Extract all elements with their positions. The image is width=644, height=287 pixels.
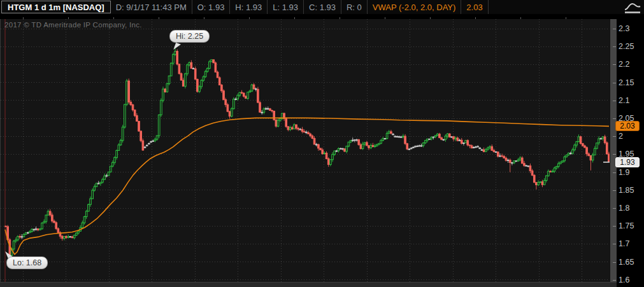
candle-down — [441, 137, 443, 139]
price-tick-label: 1.65 — [619, 258, 634, 267]
candle-down — [128, 81, 130, 102]
candle-down — [368, 146, 370, 148]
price-tick-label: 2.25 — [619, 42, 634, 51]
candle-down — [326, 153, 327, 159]
candle-down — [580, 137, 582, 143]
candle-up — [543, 180, 545, 185]
candle-up — [445, 136, 447, 139]
candle-doji — [144, 147, 146, 148]
candle-down — [529, 166, 531, 171]
candle-down — [533, 175, 535, 182]
candle-up — [594, 148, 596, 155]
price-tick-label: 1.9 — [619, 168, 629, 177]
candle-up — [574, 145, 576, 150]
candle-up — [447, 134, 448, 136]
candle-up — [334, 151, 336, 155]
candle-up — [403, 136, 404, 137]
candle-up — [156, 136, 158, 139]
candle-doji — [475, 147, 477, 148]
time-tick — [385, 17, 385, 19]
candle-up — [96, 183, 97, 186]
candle-up — [386, 134, 388, 139]
candle-doji — [419, 146, 420, 146]
price-tick-mark — [613, 29, 616, 29]
candle-doji — [417, 146, 419, 146]
candle-down — [501, 156, 503, 157]
time-tick — [249, 17, 250, 19]
candle-doji — [463, 143, 465, 144]
candle-down — [531, 171, 533, 175]
candle-down — [37, 229, 39, 230]
candle-up — [332, 155, 334, 160]
candle-up — [41, 223, 43, 228]
candle-down — [493, 150, 495, 151]
price-plot[interactable] — [1, 19, 610, 282]
candle-up — [13, 241, 15, 249]
candle-up — [158, 115, 160, 136]
time-tick — [204, 17, 204, 19]
price-tick-label: 1.8 — [619, 204, 629, 213]
chart-area[interactable] — [0, 19, 610, 282]
candle-up — [17, 237, 19, 240]
header-spacer — [489, 0, 644, 14]
price-tick-mark — [613, 136, 616, 137]
candle-up — [39, 229, 41, 230]
candle-down — [66, 236, 68, 237]
candle-up — [175, 52, 176, 55]
candle-doji — [150, 142, 152, 143]
candle-up — [564, 157, 566, 161]
candle-down — [320, 148, 322, 150]
candle-down — [550, 171, 552, 172]
candle-up — [519, 158, 521, 160]
candle-doji — [352, 140, 354, 141]
price-tick-label: 2.15 — [619, 78, 634, 87]
candle-up — [374, 146, 376, 146]
price-axis-scrollbar[interactable] — [610, 19, 617, 282]
candle-down — [536, 183, 538, 185]
candle-down — [453, 137, 455, 139]
candle-down — [71, 237, 73, 238]
candle-up — [116, 150, 118, 157]
candle-doji — [392, 134, 394, 135]
candle-up — [552, 171, 554, 172]
candle-down — [241, 92, 243, 93]
candle-down — [138, 122, 140, 132]
candle-up — [201, 80, 203, 87]
candle-up — [376, 144, 378, 146]
candle-doji — [146, 145, 148, 146]
study-vwap-label: VWAP (-2.0, 2.0, DAY) — [373, 3, 456, 12]
candle-down — [360, 144, 362, 148]
candle-down — [606, 143, 608, 154]
candle-up — [538, 183, 540, 185]
candle-up — [31, 229, 33, 231]
candle-up — [560, 162, 562, 164]
candle-down — [271, 111, 273, 111]
time-tick — [520, 17, 521, 19]
candle-up — [427, 139, 429, 140]
candle-up — [126, 81, 128, 104]
time-tick — [23, 17, 24, 19]
study-vwap-cell[interactable]: VWAP (-2.0, 2.0, DAY) — [368, 0, 462, 14]
candle-doji — [400, 137, 402, 137]
candle-up — [170, 63, 172, 76]
candle-up — [43, 221, 45, 223]
candle-doji — [148, 143, 150, 144]
candle-down — [227, 104, 229, 111]
candle-doji — [265, 109, 267, 109]
candle-up — [431, 137, 433, 139]
candle-up — [545, 176, 547, 180]
candle-doji — [569, 153, 571, 154]
candle-up — [83, 216, 85, 223]
candle-down — [322, 150, 324, 154]
candle-down — [215, 63, 217, 72]
candle-up — [112, 162, 114, 166]
candle-down — [221, 85, 223, 91]
candle-up — [324, 153, 326, 154]
candle-down — [461, 140, 462, 143]
curve-chart-style-icon[interactable] — [623, 1, 642, 14]
candle-doji — [394, 136, 396, 137]
candle-down — [136, 116, 138, 122]
candle-up — [378, 143, 380, 144]
candle-up — [348, 142, 350, 146]
candle-down — [503, 157, 505, 158]
